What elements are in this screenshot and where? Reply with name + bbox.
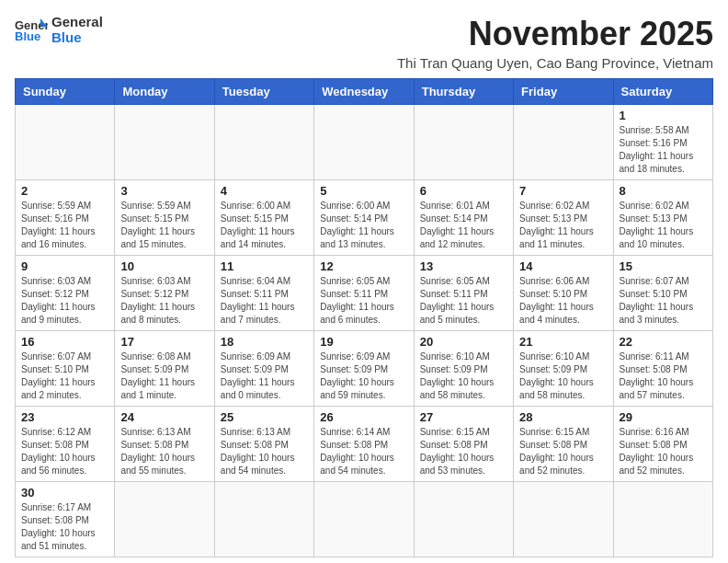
calendar-cell: 18Sunrise: 6:09 AM Sunset: 5:09 PM Dayli… bbox=[214, 331, 313, 407]
day-number: 28 bbox=[519, 410, 607, 424]
calendar-cell: 30Sunrise: 6:17 AM Sunset: 5:08 PM Dayli… bbox=[16, 482, 115, 557]
calendar-cell: 9Sunrise: 6:03 AM Sunset: 5:12 PM Daylig… bbox=[16, 256, 115, 331]
day-header-thursday: Thursday bbox=[414, 79, 513, 105]
calendar-cell: 12Sunrise: 6:05 AM Sunset: 5:11 PM Dayli… bbox=[314, 256, 414, 331]
day-number: 12 bbox=[320, 259, 407, 273]
day-number: 4 bbox=[221, 184, 308, 198]
calendar-cell bbox=[514, 105, 613, 180]
day-number: 18 bbox=[221, 335, 308, 349]
calendar-cell: 20Sunrise: 6:10 AM Sunset: 5:09 PM Dayli… bbox=[414, 331, 513, 407]
calendar-cell: 28Sunrise: 6:15 AM Sunset: 5:08 PM Dayli… bbox=[514, 407, 613, 482]
calendar-week-4: 16Sunrise: 6:07 AM Sunset: 5:10 PM Dayli… bbox=[16, 331, 713, 407]
day-number: 21 bbox=[519, 335, 607, 349]
calendar-cell: 2Sunrise: 5:59 AM Sunset: 5:16 PM Daylig… bbox=[16, 180, 115, 256]
day-info: Sunrise: 6:15 AM Sunset: 5:08 PM Dayligh… bbox=[420, 426, 507, 477]
day-info: Sunrise: 5:59 AM Sunset: 5:15 PM Dayligh… bbox=[120, 200, 208, 251]
calendar-cell: 4Sunrise: 6:00 AM Sunset: 5:15 PM Daylig… bbox=[214, 180, 313, 256]
day-number: 11 bbox=[221, 259, 308, 273]
calendar-cell: 5Sunrise: 6:00 AM Sunset: 5:14 PM Daylig… bbox=[314, 180, 414, 256]
day-number: 10 bbox=[120, 259, 208, 273]
calendar-cell: 24Sunrise: 6:13 AM Sunset: 5:08 PM Dayli… bbox=[115, 407, 214, 482]
day-number: 2 bbox=[21, 184, 108, 198]
calendar-cell: 19Sunrise: 6:09 AM Sunset: 5:09 PM Dayli… bbox=[314, 331, 414, 407]
calendar-cell: 8Sunrise: 6:02 AM Sunset: 5:13 PM Daylig… bbox=[613, 180, 712, 256]
logo-general-text: General bbox=[51, 15, 103, 30]
day-info: Sunrise: 6:02 AM Sunset: 5:13 PM Dayligh… bbox=[620, 200, 707, 251]
day-info: Sunrise: 6:04 AM Sunset: 5:11 PM Dayligh… bbox=[221, 275, 308, 327]
day-info: Sunrise: 6:17 AM Sunset: 5:08 PM Dayligh… bbox=[21, 501, 108, 553]
day-number: 9 bbox=[21, 259, 108, 273]
day-info: Sunrise: 6:15 AM Sunset: 5:08 PM Dayligh… bbox=[519, 426, 607, 477]
day-number: 17 bbox=[120, 335, 208, 349]
calendar-week-1: 1Sunrise: 5:58 AM Sunset: 5:16 PM Daylig… bbox=[16, 105, 713, 180]
day-info: Sunrise: 6:03 AM Sunset: 5:12 PM Dayligh… bbox=[120, 275, 208, 327]
location-subtitle: Thi Tran Quang Uyen, Cao Bang Province, … bbox=[397, 55, 713, 71]
day-header-friday: Friday bbox=[514, 79, 613, 105]
calendar-week-5: 23Sunrise: 6:12 AM Sunset: 5:08 PM Dayli… bbox=[16, 407, 713, 482]
day-number: 14 bbox=[519, 259, 607, 273]
day-number: 8 bbox=[620, 184, 707, 198]
day-info: Sunrise: 6:00 AM Sunset: 5:15 PM Dayligh… bbox=[221, 200, 308, 251]
day-header-monday: Monday bbox=[115, 79, 214, 105]
calendar-cell: 15Sunrise: 6:07 AM Sunset: 5:10 PM Dayli… bbox=[613, 256, 712, 331]
calendar-cell: 17Sunrise: 6:08 AM Sunset: 5:09 PM Dayli… bbox=[115, 331, 214, 407]
calendar-cell: 13Sunrise: 6:05 AM Sunset: 5:11 PM Dayli… bbox=[414, 256, 513, 331]
day-info: Sunrise: 6:06 AM Sunset: 5:10 PM Dayligh… bbox=[519, 275, 607, 327]
day-info: Sunrise: 6:13 AM Sunset: 5:08 PM Dayligh… bbox=[221, 426, 308, 477]
month-title: November 2025 bbox=[397, 15, 713, 53]
day-number: 29 bbox=[620, 410, 707, 424]
day-info: Sunrise: 6:05 AM Sunset: 5:11 PM Dayligh… bbox=[320, 275, 407, 327]
calendar-cell: 21Sunrise: 6:10 AM Sunset: 5:09 PM Dayli… bbox=[514, 331, 613, 407]
day-info: Sunrise: 6:01 AM Sunset: 5:14 PM Dayligh… bbox=[420, 200, 507, 251]
calendar-cell bbox=[414, 482, 513, 557]
calendar-cell: 6Sunrise: 6:01 AM Sunset: 5:14 PM Daylig… bbox=[414, 180, 513, 256]
day-number: 27 bbox=[420, 410, 507, 424]
calendar-cell bbox=[115, 482, 214, 557]
day-info: Sunrise: 6:12 AM Sunset: 5:08 PM Dayligh… bbox=[21, 426, 108, 477]
calendar-cell: 7Sunrise: 6:02 AM Sunset: 5:13 PM Daylig… bbox=[514, 180, 613, 256]
calendar-cell bbox=[115, 105, 214, 180]
calendar-cell: 3Sunrise: 5:59 AM Sunset: 5:15 PM Daylig… bbox=[115, 180, 214, 256]
day-number: 13 bbox=[420, 259, 507, 273]
logo: General Blue General Blue bbox=[15, 15, 103, 45]
day-number: 5 bbox=[320, 184, 407, 198]
calendar-cell bbox=[514, 482, 613, 557]
day-number: 16 bbox=[21, 335, 108, 349]
day-number: 19 bbox=[320, 335, 407, 349]
logo-icon: General Blue bbox=[15, 17, 48, 44]
day-info: Sunrise: 6:10 AM Sunset: 5:09 PM Dayligh… bbox=[519, 350, 607, 402]
calendar-cell: 25Sunrise: 6:13 AM Sunset: 5:08 PM Dayli… bbox=[214, 407, 313, 482]
day-info: Sunrise: 6:14 AM Sunset: 5:08 PM Dayligh… bbox=[320, 426, 407, 477]
calendar-cell: 10Sunrise: 6:03 AM Sunset: 5:12 PM Dayli… bbox=[115, 256, 214, 331]
calendar-week-6: 30Sunrise: 6:17 AM Sunset: 5:08 PM Dayli… bbox=[16, 482, 713, 557]
calendar-cell bbox=[214, 482, 313, 557]
day-info: Sunrise: 6:08 AM Sunset: 5:09 PM Dayligh… bbox=[120, 350, 208, 402]
calendar-cell bbox=[613, 482, 712, 557]
calendar-cell: 11Sunrise: 6:04 AM Sunset: 5:11 PM Dayli… bbox=[214, 256, 313, 331]
day-info: Sunrise: 6:07 AM Sunset: 5:10 PM Dayligh… bbox=[21, 350, 108, 402]
page-header: General Blue General Blue November 2025 … bbox=[15, 15, 713, 71]
day-number: 15 bbox=[620, 259, 707, 273]
calendar-cell bbox=[414, 105, 513, 180]
day-number: 30 bbox=[21, 486, 108, 500]
day-number: 22 bbox=[620, 335, 707, 349]
day-header-wednesday: Wednesday bbox=[314, 79, 414, 105]
day-number: 7 bbox=[519, 184, 607, 198]
calendar-cell: 14Sunrise: 6:06 AM Sunset: 5:10 PM Dayli… bbox=[514, 256, 613, 331]
day-info: Sunrise: 5:59 AM Sunset: 5:16 PM Dayligh… bbox=[21, 200, 108, 251]
svg-text:Blue: Blue bbox=[15, 29, 40, 43]
day-header-saturday: Saturday bbox=[613, 79, 712, 105]
day-number: 24 bbox=[120, 410, 208, 424]
calendar-week-2: 2Sunrise: 5:59 AM Sunset: 5:16 PM Daylig… bbox=[16, 180, 713, 256]
day-info: Sunrise: 6:13 AM Sunset: 5:08 PM Dayligh… bbox=[120, 426, 208, 477]
day-info: Sunrise: 5:58 AM Sunset: 5:16 PM Dayligh… bbox=[620, 124, 707, 176]
calendar-cell: 16Sunrise: 6:07 AM Sunset: 5:10 PM Dayli… bbox=[16, 331, 115, 407]
day-info: Sunrise: 6:00 AM Sunset: 5:14 PM Dayligh… bbox=[320, 200, 407, 251]
day-info: Sunrise: 6:09 AM Sunset: 5:09 PM Dayligh… bbox=[221, 350, 308, 402]
day-info: Sunrise: 6:03 AM Sunset: 5:12 PM Dayligh… bbox=[21, 275, 108, 327]
day-info: Sunrise: 6:10 AM Sunset: 5:09 PM Dayligh… bbox=[420, 350, 507, 402]
day-header-sunday: Sunday bbox=[16, 79, 115, 105]
logo-blue-text: Blue bbox=[51, 30, 103, 46]
day-header-tuesday: Tuesday bbox=[214, 79, 313, 105]
calendar-table: SundayMondayTuesdayWednesdayThursdayFrid… bbox=[15, 78, 713, 557]
